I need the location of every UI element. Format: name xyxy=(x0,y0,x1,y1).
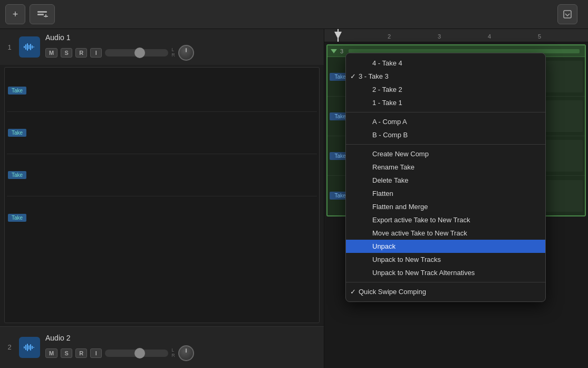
menu-item-unpack-alternatives[interactable]: Unpack to New Track Alternatives xyxy=(346,266,545,279)
collapse-button[interactable] xyxy=(557,4,577,24)
menu-label-move-active: Move active Take to New Track xyxy=(372,229,467,237)
menu-label-take3: 3 - Take 3 xyxy=(359,72,389,80)
track-1-name: Audio 1 xyxy=(45,33,319,42)
take-folder-number: 3 xyxy=(340,48,343,54)
svg-rect-6 xyxy=(25,44,26,50)
track-2: 2 Audio 2 M S R I xyxy=(0,326,324,368)
svg-rect-17 xyxy=(32,346,33,349)
svg-rect-16 xyxy=(30,344,31,351)
menu-label-take1: 1 - Take 1 xyxy=(372,99,402,107)
ruler-mark-5: 5 xyxy=(538,33,588,40)
track-1-take-folder: Take Take Take Take xyxy=(4,67,320,323)
menu-label-compa: A - Comp A xyxy=(372,118,407,126)
audio-waveform-icon-2 xyxy=(23,342,36,353)
menu-item-create-new-comp[interactable]: Create New Comp xyxy=(346,147,545,161)
track-2-pan-knob[interactable] xyxy=(178,345,194,361)
svg-rect-9 xyxy=(30,44,31,50)
menu-item-export-active[interactable]: Export active Take to New Track xyxy=(346,213,545,227)
timeline-ruler: 2 3 4 5 xyxy=(324,29,588,42)
menu-label-take2: 2 - Take 2 xyxy=(372,86,402,93)
menu-label-export-active: Export active Take to New Track xyxy=(372,216,470,224)
track-1-mute-button[interactable]: M xyxy=(45,48,57,58)
menu-item-move-active[interactable]: Move active Take to New Track xyxy=(346,227,545,240)
svg-rect-8 xyxy=(28,45,30,49)
track-1-pan-knob[interactable] xyxy=(178,45,194,61)
timeline-area: 2 3 4 5 3 Take xyxy=(324,29,588,368)
svg-rect-3 xyxy=(44,16,48,17)
menu-label-unpack-alternatives: Unpack to New Track Alternatives xyxy=(372,269,475,277)
menu-check-take3: ✓ xyxy=(350,72,356,80)
svg-rect-4 xyxy=(564,11,571,18)
menu-label-create-new-comp: Create New Comp xyxy=(372,150,429,158)
add-track-button[interactable] xyxy=(30,4,55,24)
menu-item-take3[interactable]: ✓ 3 - Take 3 xyxy=(346,70,545,83)
ruler-mark-4: 4 xyxy=(488,33,538,40)
menu-item-unpack[interactable]: Unpack xyxy=(346,240,545,253)
track-2-record-button[interactable]: R xyxy=(75,348,87,358)
track-2-mute-button[interactable]: M xyxy=(45,348,57,358)
menu-item-compa[interactable]: A - Comp A xyxy=(346,115,545,128)
take-label-4: Take xyxy=(8,214,26,222)
menu-item-take1[interactable]: 1 - Take 1 xyxy=(346,96,545,109)
track-2-volume-slider[interactable] xyxy=(105,350,168,357)
menu-item-flatten-merge[interactable]: Flatten and Merge xyxy=(346,200,545,213)
toolbar: + xyxy=(0,0,588,29)
track-2-number: 2 xyxy=(5,343,14,351)
track-1-icon xyxy=(19,36,40,58)
ruler-mark-2: 2 xyxy=(388,33,438,40)
track-1-solo-button[interactable]: S xyxy=(61,48,72,58)
track-2-solo-button[interactable]: S xyxy=(61,348,72,358)
menu-item-unpack-new-tracks[interactable]: Unpack to New Tracks xyxy=(346,253,545,266)
take-label-3: Take xyxy=(8,171,26,179)
track-2-input-button[interactable]: I xyxy=(90,348,102,358)
track-1-header: 1 Audio 1 M S xyxy=(0,29,324,65)
take-row-4: Take xyxy=(7,196,317,239)
take-folder-expand-icon[interactable] xyxy=(331,49,337,53)
track-2-volume-thumb xyxy=(134,348,145,358)
menu-label-unpack-new-tracks: Unpack to New Tracks xyxy=(372,256,441,263)
menu-label-take4: 4 - Take 4 xyxy=(372,59,402,67)
menu-label-rename-take: Rename Take xyxy=(372,163,415,171)
track-1-volume-thumb xyxy=(134,48,145,58)
main-area: 1 Audio 1 M S xyxy=(0,29,588,368)
take-row-2: Take xyxy=(7,112,317,154)
add-icon: + xyxy=(13,9,18,20)
menu-item-compb[interactable]: B - Comp B xyxy=(346,128,545,141)
menu-separator-1 xyxy=(346,112,545,112)
ruler-mark-1 xyxy=(338,33,388,40)
track-1-number: 1 xyxy=(5,43,14,51)
svg-rect-14 xyxy=(27,344,28,351)
menu-label-delete-take: Delete Take xyxy=(372,176,408,184)
svg-rect-7 xyxy=(27,43,28,51)
svg-rect-15 xyxy=(28,345,30,350)
take-row-1: Take xyxy=(7,70,317,112)
track-1-input-button[interactable]: I xyxy=(90,48,102,58)
context-menu: 4 - Take 4 ✓ 3 - Take 3 2 - Take 2 1 - T… xyxy=(345,53,546,302)
menu-item-flatten[interactable]: Flatten xyxy=(346,187,545,200)
track-2-controls: M S R I L R xyxy=(45,345,319,361)
menu-item-quick-swipe[interactable]: ✓ Quick Swipe Comping xyxy=(346,285,545,298)
menu-label-unpack: Unpack xyxy=(372,242,396,250)
svg-rect-0 xyxy=(37,11,47,13)
take-label-2: Take xyxy=(8,129,26,137)
menu-label-compb: B - Comp B xyxy=(372,131,408,139)
track-1-record-button[interactable]: R xyxy=(75,48,87,58)
track-1-info: Audio 1 M S R I L R xyxy=(45,33,319,61)
menu-label-quick-swipe: Quick Swipe Comping xyxy=(359,288,426,296)
menu-item-delete-take[interactable]: Delete Take xyxy=(346,174,545,187)
track-list: 1 Audio 1 M S xyxy=(0,29,324,368)
audio-waveform-icon xyxy=(23,42,36,52)
track-1: 1 Audio 1 M S xyxy=(0,29,324,326)
svg-rect-10 xyxy=(32,45,33,49)
track-1-volume-slider[interactable] xyxy=(105,49,168,56)
track-2-icon xyxy=(19,337,40,358)
menu-label-flatten-merge: Flatten and Merge xyxy=(372,203,428,211)
menu-separator-3 xyxy=(346,282,545,282)
ruler-mark-3: 3 xyxy=(438,33,488,40)
menu-item-rename-take[interactable]: Rename Take xyxy=(346,161,545,174)
add-button[interactable]: + xyxy=(5,4,25,24)
menu-item-take2[interactable]: 2 - Take 2 xyxy=(346,83,545,96)
take-row-3: Take xyxy=(7,154,317,196)
menu-item-take4[interactable]: 4 - Take 4 xyxy=(346,56,545,70)
add-track-icon xyxy=(36,8,48,20)
